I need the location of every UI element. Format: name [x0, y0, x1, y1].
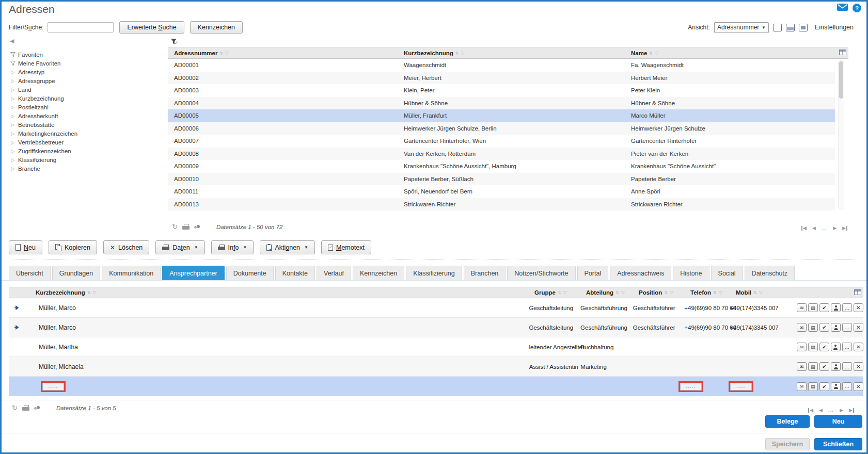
view-mode-detail-icon[interactable] [799, 24, 808, 31]
sidebar-item-adresstyp[interactable]: ▷Adresstyp [9, 68, 164, 76]
löschen-button[interactable]: Löschen [103, 240, 149, 254]
info-button[interactable]: Info▼ [211, 240, 254, 254]
expander-icon[interactable]: ▷ [9, 122, 17, 127]
sidebar-item-favoriten[interactable]: Favoriten [9, 50, 164, 59]
daten-button[interactable]: Daten▼ [155, 240, 204, 254]
mail-icon[interactable]: ✉ [797, 303, 807, 312]
sort-icon[interactable]: ⇅ [616, 290, 619, 295]
address-row-AD00013[interactable]: AD00013Strickwaren-RichterStrickwaren Ri… [168, 198, 835, 211]
expander-icon[interactable]: ▷ [9, 96, 17, 101]
sidebar-item-meine-favoriten[interactable]: Meine Favoriten [9, 59, 164, 68]
column-header-abteilung[interactable]: Abteilung⇅▽ [582, 289, 635, 296]
scrollbar-thumb[interactable] [839, 61, 843, 99]
settings-link[interactable]: Einstellungen [815, 24, 854, 31]
clipboard-icon[interactable]: ▤ [808, 343, 818, 351]
sidebar-item-marketingkennzeichen[interactable]: ▷Marketingkennzeichen [9, 129, 164, 138]
more-icon[interactable]: … [842, 323, 852, 332]
previous-page-icon[interactable]: ◀ [812, 226, 816, 231]
column-filter-icon[interactable]: ▽ [93, 290, 97, 295]
filter-funnel-icon[interactable] [9, 52, 17, 57]
view-mode-list-icon[interactable] [773, 24, 782, 31]
expander-icon[interactable]: ▷ [9, 78, 17, 84]
expander-icon[interactable]: ▷ [9, 166, 17, 171]
column-header-gruppe[interactable]: Gruppe⇅▽ [531, 289, 582, 296]
speichern-button[interactable]: Speichern [765, 438, 810, 450]
inline-edit-field[interactable]: ..... [42, 383, 64, 391]
more-icon[interactable]: … [842, 362, 852, 371]
address-row-AD00009[interactable]: AD00009Krankenhaus "Schöne Aussicht", Ha… [168, 160, 835, 173]
schliessen-button[interactable]: Schließen [814, 438, 862, 450]
tab-klassifizierung[interactable]: Klassifizierung [406, 266, 462, 280]
column-filter-icon[interactable]: ▽ [655, 51, 658, 56]
expander-icon[interactable]: ▷ [9, 131, 17, 136]
clipboard-icon[interactable]: ▤ [808, 362, 818, 371]
remove-icon[interactable]: ✕ [854, 323, 863, 332]
sort-icon[interactable]: ⇅ [713, 290, 717, 295]
sort-icon[interactable]: ⇅ [219, 51, 223, 56]
tab-kontakte[interactable]: Kontakte [275, 266, 315, 280]
remove-icon[interactable]: ✕ [854, 382, 863, 391]
tab-ansprechpartner[interactable]: Ansprechpartner [162, 266, 224, 280]
kopieren-button[interactable]: Kopieren [49, 240, 97, 254]
sidebar-item-klassifizierung[interactable]: ▷Klassifizierung [9, 155, 164, 164]
mail-icon[interactable]: ✉ [797, 382, 807, 391]
sidebar-item-kurzbezeichnung[interactable]: ▷Kurzbezeichnung [9, 94, 164, 103]
check-icon[interactable]: ✔ [819, 362, 829, 371]
tab-portal[interactable]: Portal [577, 266, 609, 280]
column-filter-icon[interactable]: ▽ [719, 290, 722, 295]
contact-icon[interactable] [831, 382, 841, 391]
records-view-icon[interactable] [194, 225, 200, 229]
sort-icon[interactable]: ⇅ [664, 290, 668, 295]
column-header-kurzbezeichnung[interactable]: Kurzbezeichnung⇅▽ [398, 50, 625, 56]
filter-search-input[interactable] [48, 22, 114, 33]
tab-branchen[interactable]: Branchen [464, 266, 506, 280]
refresh-icon[interactable]: ↻ [172, 223, 178, 230]
column-header-name[interactable]: Name⇅▽ [625, 50, 848, 56]
sidebar-item-adressgruppe[interactable]: ▷Adressgruppe [9, 76, 164, 85]
vertical-scrollbar[interactable] [838, 60, 844, 209]
print-list-icon[interactable] [182, 224, 190, 230]
column-chooser-icon[interactable] [839, 50, 846, 57]
sidebar-item-betriebsstätte[interactable]: ▷Betriebsstätte [9, 120, 164, 129]
column-filter-icon[interactable]: ▽ [621, 290, 625, 295]
column-header-kurzbezeichnung[interactable]: Kurzbezeichnung⇅▽ [28, 289, 531, 296]
memotext-button[interactable]: Memotext [321, 240, 371, 254]
tab-kommunikation[interactable]: Kommunikation [102, 266, 161, 280]
view-mode-split-icon[interactable] [786, 24, 795, 31]
help-icon[interactable]: ? [853, 4, 861, 12]
more-icon[interactable]: … [842, 382, 852, 391]
address-row-AD00010[interactable]: AD00010Papeterie Berber, SüßlachPapeteri… [168, 173, 835, 186]
sort-icon[interactable]: ⇅ [649, 51, 653, 56]
previous-page-icon[interactable]: ◀ [819, 408, 823, 413]
sort-icon[interactable]: ⇅ [558, 290, 561, 295]
column-filter-icon[interactable]: ▽ [670, 290, 673, 295]
tab-dokumente[interactable]: Dokumente [226, 266, 274, 280]
neu-button[interactable]: Neu [9, 240, 42, 254]
tab-übersicht[interactable]: Übersicht [9, 266, 51, 280]
column-filter-icon[interactable]: ▽ [225, 51, 229, 56]
column-header-telefon[interactable]: Telefon⇅▽ [687, 289, 732, 296]
address-row-AD00008[interactable]: AD00008Van der Kerken, RotterdamPieter v… [168, 148, 835, 160]
column-chooser-icon[interactable] [854, 289, 861, 296]
contact-row[interactable]: Müller, MichaelaAssist / AssistentinMark… [9, 357, 863, 377]
tab-historie[interactable]: Historie [673, 266, 709, 280]
check-icon[interactable]: ✔ [819, 323, 829, 332]
tab-notizen-stichworte[interactable]: Notizen/Stichworte [507, 266, 575, 280]
column-header-adressnummer[interactable]: Adressnummer⇅▽ [168, 50, 398, 56]
sidebar-item-zugriffskennzeichen[interactable]: ▷Zugriffskennzeichen [9, 147, 164, 155]
expander-icon[interactable]: ▷ [9, 113, 17, 119]
expander-icon[interactable]: ▷ [9, 157, 17, 163]
inline-edit-field[interactable]: ..... [680, 383, 702, 391]
mail-icon[interactable]: ✉ [797, 362, 807, 371]
column-filter-icon[interactable]: ▽ [563, 290, 567, 295]
contact-row[interactable]: Müller, MarcoGeschäftsleitungGeschäftsfü… [9, 298, 863, 318]
address-row-AD00007[interactable]: AD00007Gartencenter Hinterhofer, WienGar… [168, 135, 835, 148]
sidebar-item-postleitzahl[interactable]: ▷Postleitzahl [9, 103, 164, 111]
sort-icon[interactable]: ⇅ [753, 290, 757, 295]
check-icon[interactable]: ✔ [819, 382, 829, 391]
tab-grundlagen[interactable]: Grundlagen [52, 266, 100, 280]
mail-icon[interactable] [837, 4, 848, 12]
contact-new-row[interactable]: ...............✉▤✔…✕ [9, 377, 863, 396]
check-icon[interactable]: ✔ [819, 303, 829, 312]
mail-icon[interactable]: ✉ [797, 323, 807, 332]
